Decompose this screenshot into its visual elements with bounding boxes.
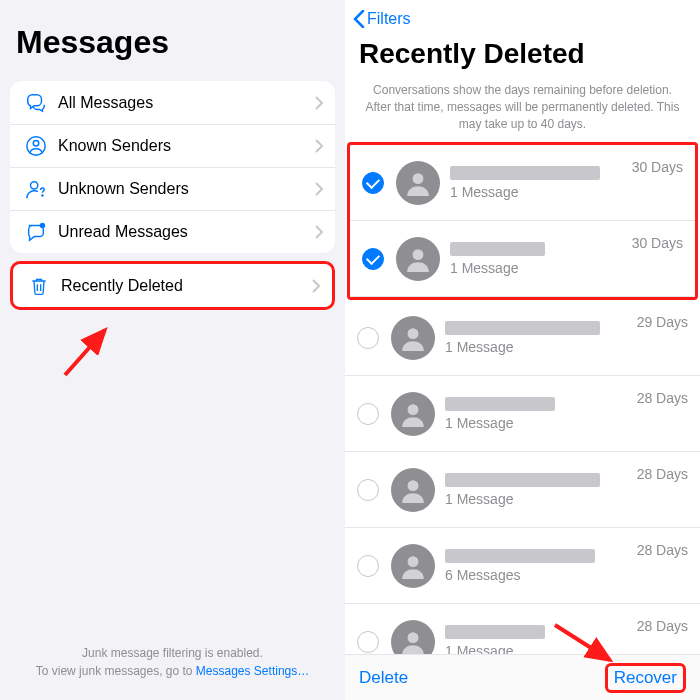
message-count: 1 Message: [445, 415, 637, 431]
filter-recently-deleted[interactable]: Recently Deleted: [13, 264, 332, 307]
svg-point-8: [408, 404, 419, 415]
conversation-item[interactable]: 1 Message 28 Days: [345, 376, 700, 452]
select-checkbox[interactable]: [357, 631, 379, 653]
bottom-toolbar: Delete Recover: [345, 654, 700, 700]
select-checkbox[interactable]: [357, 555, 379, 577]
contact-name-redacted: [450, 242, 545, 256]
message-count: 6 Messages: [445, 567, 637, 583]
chevron-right-icon: [315, 96, 323, 110]
avatar-icon: [396, 237, 440, 281]
messages-settings-link[interactable]: Messages Settings…: [196, 664, 309, 678]
select-checkbox[interactable]: [357, 403, 379, 425]
avatar-icon: [391, 392, 435, 436]
page-title: Recently Deleted: [345, 34, 700, 78]
chat-bubbles-icon: [22, 92, 50, 114]
svg-point-10: [408, 556, 419, 567]
days-remaining: 28 Days: [637, 466, 688, 482]
chevron-right-icon: [312, 279, 320, 293]
conversations-list: 1 Message 30 Days 1 Message 30 Days 1 Me…: [345, 142, 700, 680]
filter-label: Unread Messages: [50, 223, 315, 241]
conversation-item[interactable]: 1 Message 30 Days: [350, 145, 695, 221]
recover-highlight: Recover: [605, 663, 686, 693]
avatar-icon: [391, 544, 435, 588]
filter-all-messages[interactable]: All Messages: [10, 81, 335, 124]
filter-label: Known Senders: [50, 137, 315, 155]
svg-point-4: [40, 223, 45, 229]
chevron-right-icon: [315, 225, 323, 239]
filter-known-senders[interactable]: Known Senders: [10, 124, 335, 167]
back-label: Filters: [367, 10, 411, 28]
chevron-left-icon: [353, 10, 365, 28]
filter-unknown-senders[interactable]: Unknown Senders: [10, 167, 335, 210]
person-circle-icon: [22, 135, 50, 157]
select-checkbox[interactable]: [357, 479, 379, 501]
messages-filters-pane: Messages All Messages Known Senders: [0, 0, 345, 700]
chevron-right-icon: [315, 182, 323, 196]
conversation-info: 1 Message: [445, 473, 637, 507]
avatar-icon: [391, 316, 435, 360]
svg-point-1: [33, 141, 39, 147]
trash-icon: [25, 275, 53, 297]
delete-button[interactable]: Delete: [359, 668, 408, 688]
conversation-info: 1 Message: [445, 321, 637, 355]
days-remaining: 30 Days: [632, 235, 683, 251]
days-remaining: 28 Days: [637, 542, 688, 558]
contact-name-redacted: [445, 397, 555, 411]
select-checkbox[interactable]: [362, 248, 384, 270]
svg-point-3: [42, 195, 43, 196]
svg-point-9: [408, 480, 419, 491]
svg-point-6: [413, 249, 424, 260]
svg-point-2: [31, 182, 38, 189]
message-count: 1 Message: [450, 260, 632, 276]
conversation-item[interactable]: 1 Message 30 Days: [350, 221, 695, 297]
days-remaining: 29 Days: [637, 314, 688, 330]
page-title: Messages: [0, 0, 345, 73]
conversation-item[interactable]: 1 Message 29 Days: [345, 300, 700, 376]
days-remaining: 28 Days: [637, 618, 688, 634]
contact-name-redacted: [450, 166, 600, 180]
days-remaining: 28 Days: [637, 390, 688, 406]
conversation-info: 6 Messages: [445, 549, 637, 583]
selected-items-highlight: 1 Message 30 Days 1 Message 30 Days: [347, 142, 698, 300]
recently-deleted-group: Recently Deleted: [10, 261, 335, 310]
svg-point-7: [408, 328, 419, 339]
days-remaining: 30 Days: [632, 159, 683, 175]
conversation-item[interactable]: 6 Messages 28 Days: [345, 528, 700, 604]
select-checkbox[interactable]: [357, 327, 379, 349]
footer-line1: Junk message filtering is enabled.: [82, 646, 263, 660]
filter-label: Recently Deleted: [53, 277, 312, 295]
filter-label: Unknown Senders: [50, 180, 315, 198]
unread-bubble-icon: [22, 221, 50, 243]
message-count: 1 Message: [445, 339, 637, 355]
conversation-info: 1 Message: [450, 242, 632, 276]
back-button[interactable]: Filters: [345, 0, 700, 34]
filter-label: All Messages: [50, 94, 315, 112]
avatar-icon: [396, 161, 440, 205]
contact-name-redacted: [445, 321, 600, 335]
svg-point-11: [408, 632, 419, 643]
conversation-info: 1 Message: [445, 397, 637, 431]
contact-name-redacted: [445, 625, 545, 639]
chevron-right-icon: [315, 139, 323, 153]
message-count: 1 Message: [445, 491, 637, 507]
contact-name-redacted: [445, 473, 600, 487]
annotation-arrow-icon: [60, 320, 120, 380]
filter-unread-messages[interactable]: Unread Messages: [10, 210, 335, 253]
svg-point-5: [413, 173, 424, 184]
footer-text: Junk message filtering is enabled. To vi…: [0, 644, 345, 680]
select-checkbox[interactable]: [362, 172, 384, 194]
contact-name-redacted: [445, 549, 595, 563]
filters-group: All Messages Known Senders Unknown Sende…: [10, 81, 335, 253]
person-question-icon: [22, 178, 50, 200]
avatar-icon: [391, 468, 435, 512]
info-text: Conversations show the days remaining be…: [345, 78, 700, 142]
footer-line2: To view junk messages, go to: [36, 664, 196, 678]
conversation-item[interactable]: 1 Message 28 Days: [345, 452, 700, 528]
recover-button[interactable]: Recover: [614, 668, 677, 688]
conversation-info: 1 Message: [450, 166, 632, 200]
recently-deleted-pane: Filters Recently Deleted Conversations s…: [345, 0, 700, 700]
message-count: 1 Message: [450, 184, 632, 200]
